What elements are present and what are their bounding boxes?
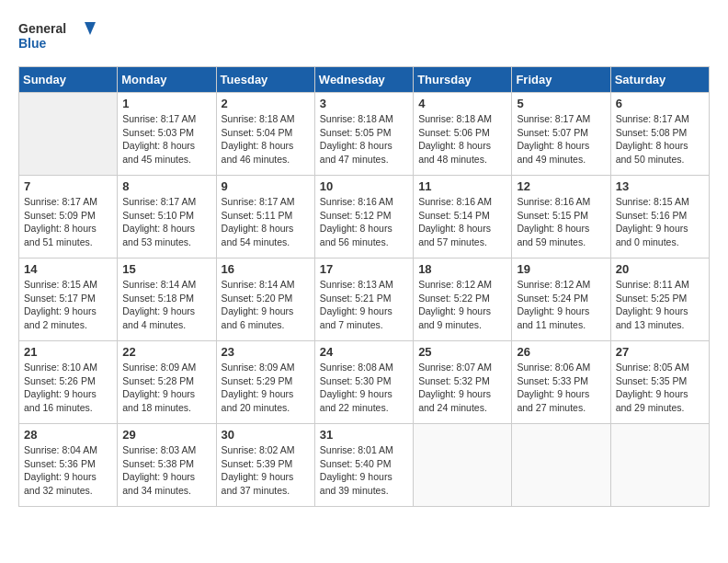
day-number: 9 [222, 179, 310, 193]
calendar-cell: 24Sunrise: 8:08 AMSunset: 5:30 PMDayligh… [314, 341, 413, 424]
day-info: Sunrise: 8:09 AMSunset: 5:29 PMDaylight:… [222, 361, 310, 415]
day-info: Sunrise: 8:12 AMSunset: 5:22 PMDaylight:… [418, 278, 506, 332]
day-info: Sunrise: 8:17 AMSunset: 5:08 PMDaylight:… [616, 112, 704, 167]
calendar-cell: 19Sunrise: 8:12 AMSunset: 5:24 PMDayligh… [512, 259, 610, 341]
day-info: Sunrise: 8:17 AMSunset: 5:10 PMDaylight:… [122, 195, 210, 249]
day-info: Sunrise: 8:08 AMSunset: 5:30 PMDaylight:… [320, 361, 408, 415]
calendar-cell: 3Sunrise: 8:18 AMSunset: 5:05 PMDaylight… [314, 93, 413, 176]
logo: General Blue [18, 18, 101, 57]
calendar-cell: 12Sunrise: 8:16 AMSunset: 5:15 PMDayligh… [512, 176, 610, 259]
day-info: Sunrise: 8:17 AMSunset: 5:11 PMDaylight:… [222, 195, 310, 249]
day-number: 11 [418, 179, 506, 193]
calendar-week-row: 28Sunrise: 8:04 AMSunset: 5:36 PMDayligh… [19, 424, 710, 507]
calendar-cell: 15Sunrise: 8:14 AMSunset: 5:18 PMDayligh… [118, 259, 216, 341]
svg-marker-2 [85, 22, 96, 35]
calendar-cell: 11Sunrise: 8:16 AMSunset: 5:14 PMDayligh… [414, 176, 512, 259]
day-info: Sunrise: 8:18 AMSunset: 5:04 PMDaylight:… [222, 112, 310, 167]
day-info: Sunrise: 8:06 AMSunset: 5:33 PMDaylight:… [517, 361, 605, 415]
day-number: 31 [320, 428, 408, 442]
day-info: Sunrise: 8:18 AMSunset: 5:05 PMDaylight:… [320, 112, 408, 167]
calendar-week-row: 21Sunrise: 8:10 AMSunset: 5:26 PMDayligh… [19, 341, 710, 424]
calendar-cell: 8Sunrise: 8:17 AMSunset: 5:10 PMDaylight… [118, 176, 216, 259]
day-number: 16 [222, 262, 310, 276]
day-number: 19 [517, 262, 605, 276]
day-info: Sunrise: 8:12 AMSunset: 5:24 PMDaylight:… [517, 278, 605, 332]
calendar-cell: 4Sunrise: 8:18 AMSunset: 5:06 PMDaylight… [414, 93, 512, 176]
weekday-header-wednesday: Wednesday [314, 67, 413, 93]
day-number: 25 [418, 345, 506, 359]
day-number: 18 [418, 262, 506, 276]
day-info: Sunrise: 8:09 AMSunset: 5:28 PMDaylight:… [122, 361, 210, 415]
calendar-cell: 29Sunrise: 8:03 AMSunset: 5:38 PMDayligh… [118, 424, 216, 507]
weekday-header-sunday: Sunday [19, 67, 118, 93]
calendar-cell: 21Sunrise: 8:10 AMSunset: 5:26 PMDayligh… [19, 341, 118, 424]
day-info: Sunrise: 8:05 AMSunset: 5:35 PMDaylight:… [616, 361, 704, 415]
day-number: 15 [122, 262, 210, 276]
day-number: 24 [320, 345, 408, 359]
day-number: 26 [517, 345, 605, 359]
calendar-cell: 17Sunrise: 8:13 AMSunset: 5:21 PMDayligh… [314, 259, 413, 341]
day-info: Sunrise: 8:16 AMSunset: 5:12 PMDaylight:… [320, 195, 408, 249]
calendar-cell: 13Sunrise: 8:15 AMSunset: 5:16 PMDayligh… [610, 176, 709, 259]
calendar-cell: 10Sunrise: 8:16 AMSunset: 5:12 PMDayligh… [314, 176, 413, 259]
weekday-header-thursday: Thursday [414, 67, 512, 93]
day-info: Sunrise: 8:18 AMSunset: 5:06 PMDaylight:… [418, 112, 506, 167]
calendar-cell: 18Sunrise: 8:12 AMSunset: 5:22 PMDayligh… [414, 259, 512, 341]
calendar-cell: 20Sunrise: 8:11 AMSunset: 5:25 PMDayligh… [610, 259, 709, 341]
day-info: Sunrise: 8:14 AMSunset: 5:20 PMDaylight:… [222, 278, 310, 332]
day-number: 21 [24, 345, 112, 359]
logo-svg: General Blue [18, 18, 101, 57]
page-header: General Blue [18, 18, 710, 57]
calendar-cell: 5Sunrise: 8:17 AMSunset: 5:07 PMDaylight… [512, 93, 610, 176]
calendar-cell: 25Sunrise: 8:07 AMSunset: 5:32 PMDayligh… [414, 341, 512, 424]
calendar-cell: 9Sunrise: 8:17 AMSunset: 5:11 PMDaylight… [216, 176, 314, 259]
calendar-cell: 14Sunrise: 8:15 AMSunset: 5:17 PMDayligh… [19, 259, 118, 341]
day-number: 13 [616, 179, 704, 193]
calendar-cell: 6Sunrise: 8:17 AMSunset: 5:08 PMDaylight… [610, 93, 709, 176]
day-info: Sunrise: 8:04 AMSunset: 5:36 PMDaylight:… [24, 443, 112, 498]
day-number: 20 [616, 262, 704, 276]
svg-text:Blue: Blue [18, 36, 47, 51]
day-number: 12 [517, 179, 605, 193]
day-number: 6 [616, 97, 704, 110]
weekday-header-tuesday: Tuesday [216, 67, 314, 93]
day-number: 27 [616, 345, 704, 359]
day-number: 2 [222, 97, 310, 110]
day-number: 4 [418, 97, 506, 110]
weekday-header-monday: Monday [118, 67, 216, 93]
calendar-cell: 31Sunrise: 8:01 AMSunset: 5:40 PMDayligh… [314, 424, 413, 507]
calendar-cell: 28Sunrise: 8:04 AMSunset: 5:36 PMDayligh… [19, 424, 118, 507]
day-info: Sunrise: 8:11 AMSunset: 5:25 PMDaylight:… [616, 278, 704, 332]
calendar-cell: 30Sunrise: 8:02 AMSunset: 5:39 PMDayligh… [216, 424, 314, 507]
weekday-header-saturday: Saturday [610, 67, 709, 93]
day-number: 30 [222, 428, 310, 442]
calendar-table: SundayMondayTuesdayWednesdayThursdayFrid… [18, 66, 710, 507]
day-number: 7 [24, 179, 112, 193]
day-number: 10 [320, 179, 408, 193]
calendar-cell: 1Sunrise: 8:17 AMSunset: 5:03 PMDaylight… [118, 93, 216, 176]
day-number: 17 [320, 262, 408, 276]
calendar-cell [512, 424, 610, 507]
day-info: Sunrise: 8:03 AMSunset: 5:38 PMDaylight:… [122, 443, 210, 498]
day-info: Sunrise: 8:15 AMSunset: 5:16 PMDaylight:… [616, 195, 704, 249]
calendar-cell [19, 93, 118, 176]
day-number: 8 [122, 179, 210, 193]
calendar-cell: 2Sunrise: 8:18 AMSunset: 5:04 PMDaylight… [216, 93, 314, 176]
calendar-cell: 22Sunrise: 8:09 AMSunset: 5:28 PMDayligh… [118, 341, 216, 424]
day-info: Sunrise: 8:07 AMSunset: 5:32 PMDaylight:… [418, 361, 506, 415]
day-info: Sunrise: 8:17 AMSunset: 5:09 PMDaylight:… [24, 195, 112, 249]
day-number: 22 [122, 345, 210, 359]
day-info: Sunrise: 8:15 AMSunset: 5:17 PMDaylight:… [24, 278, 112, 332]
day-info: Sunrise: 8:17 AMSunset: 5:07 PMDaylight:… [517, 112, 605, 167]
day-number: 3 [320, 97, 408, 110]
calendar-cell: 27Sunrise: 8:05 AMSunset: 5:35 PMDayligh… [610, 341, 709, 424]
day-info: Sunrise: 8:14 AMSunset: 5:18 PMDaylight:… [122, 278, 210, 332]
day-number: 28 [24, 428, 112, 442]
day-info: Sunrise: 8:13 AMSunset: 5:21 PMDaylight:… [320, 278, 408, 332]
calendar-week-row: 14Sunrise: 8:15 AMSunset: 5:17 PMDayligh… [19, 259, 710, 341]
day-number: 29 [122, 428, 210, 442]
day-info: Sunrise: 8:01 AMSunset: 5:40 PMDaylight:… [320, 443, 408, 498]
calendar-cell [610, 424, 709, 507]
calendar-week-row: 7Sunrise: 8:17 AMSunset: 5:09 PMDaylight… [19, 176, 710, 259]
day-number: 14 [24, 262, 112, 276]
